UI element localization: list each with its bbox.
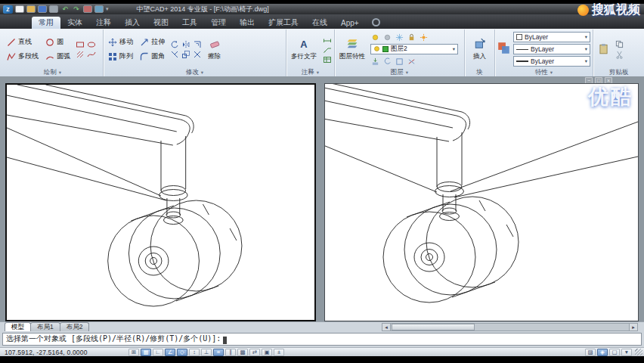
mtext-button[interactable]: A 多行文字 [289, 37, 319, 62]
tab-online[interactable]: 在线 [305, 17, 334, 29]
panel-label-modify[interactable]: 修改 ▾ [106, 68, 283, 76]
tab-annotate[interactable]: 注释 [89, 17, 118, 29]
rotate-icon[interactable] [169, 40, 179, 49]
plot-icon[interactable] [49, 5, 58, 13]
ortho-toggle[interactable]: ∟ [153, 349, 163, 356]
save-icon[interactable] [38, 5, 47, 13]
drawing-area[interactable]: − □ × [0, 76, 644, 321]
command-input[interactable]: 选择第一个对象或 [多段线(P)/半径(R)/修剪(T)/多个(U)]: [2, 333, 642, 346]
ellipse-icon[interactable] [86, 40, 96, 49]
tab-insert[interactable]: 插入 [118, 17, 147, 29]
circle-button[interactable]: 圆 [43, 36, 72, 48]
scroll-right-icon[interactable]: ▸ [629, 324, 637, 330]
status-menu-icon[interactable]: ▾ [621, 349, 632, 356]
scroll-left-icon[interactable]: ◂ [382, 324, 391, 330]
transparency-toggle[interactable]: ▩ [237, 349, 248, 356]
polyline-button[interactable]: 多段线 [5, 50, 40, 63]
tab-express[interactable]: 扩展工具 [262, 17, 305, 29]
hatch-icon[interactable] [75, 50, 85, 59]
layer-off-icon[interactable] [382, 33, 392, 42]
viewport-left[interactable] [5, 83, 316, 321]
qat-dropdown-icon[interactable]: ▾ [106, 6, 109, 12]
erase-button[interactable]: 擦除 [206, 37, 223, 62]
layer-match-icon[interactable] [407, 57, 416, 66]
lineweight-select[interactable]: ByLayer ▾ [513, 56, 590, 67]
line-button[interactable]: 直线 [5, 36, 40, 48]
new-file-icon[interactable] [15, 5, 24, 13]
tab-manage[interactable]: 管理 [204, 17, 233, 29]
layer-isolate-icon[interactable] [395, 57, 404, 66]
panel-label-block[interactable]: 块 [467, 68, 492, 76]
insert-block-button[interactable]: 插入 [471, 37, 488, 62]
viewport-right[interactable] [324, 83, 639, 321]
tab-layout2[interactable]: 布局2 [60, 322, 90, 331]
snap-toggle[interactable]: ⊞ [128, 349, 139, 356]
tab-app-plus[interactable]: App+ [334, 17, 366, 29]
clean-screen-icon[interactable]: ▢ [609, 349, 620, 356]
lineweight-toggle[interactable]: ∥ [225, 349, 236, 356]
ucs-toggle[interactable]: ⊥ [201, 349, 212, 356]
stretch-button[interactable]: 拉伸 [138, 36, 166, 48]
explode-icon[interactable] [192, 50, 202, 59]
display-lock-icon[interactable]: ◈ [597, 349, 608, 356]
undo-icon[interactable]: ↶ [60, 5, 70, 13]
color-select[interactable]: ByLayer ▾ [513, 32, 590, 42]
cut-icon[interactable] [615, 50, 624, 59]
resize-grip[interactable] [635, 349, 642, 355]
panel-label-annotate[interactable]: 注释 ▾ [289, 68, 332, 76]
tab-view[interactable]: 视图 [147, 17, 175, 29]
tab-home[interactable]: 常用 [32, 17, 60, 29]
layer-prev-icon[interactable] [382, 57, 392, 66]
fillet-button[interactable]: 圆角 [138, 50, 166, 63]
redline-icon[interactable] [83, 5, 92, 13]
layer-select[interactable]: 图层2 ▾ [370, 44, 458, 54]
grid-toggle[interactable]: ▦ [141, 349, 151, 356]
otrack-toggle[interactable]: ↕ [189, 349, 200, 356]
annotation-scale-toggle[interactable]: ± [274, 349, 284, 356]
table-icon[interactable] [322, 55, 332, 64]
panel-label-layer[interactable]: 图层 ▾ [337, 68, 462, 76]
tab-output[interactable]: 输出 [233, 17, 262, 29]
polar-toggle[interactable]: ∠ [165, 349, 175, 356]
scrollbar-thumb[interactable] [392, 324, 475, 330]
cycle-toggle[interactable]: ⇄ [249, 349, 260, 356]
mirror-icon[interactable] [181, 40, 190, 49]
tab-solid[interactable]: 实体 [60, 17, 89, 29]
linetype-select[interactable]: ByLayer ▾ [513, 44, 590, 54]
panel-label-draw[interactable]: 绘制 ▾ [5, 68, 101, 76]
tab-model[interactable]: 模型 [5, 322, 31, 331]
properties-icon[interactable] [497, 42, 510, 57]
leader-icon[interactable] [322, 45, 332, 54]
model-space-toggle[interactable]: ▣ [262, 349, 272, 356]
move-button[interactable]: 移动 [106, 36, 135, 48]
view-icon[interactable] [94, 5, 104, 13]
array-button[interactable]: 阵列 [106, 50, 135, 63]
layer-on-icon[interactable] [370, 33, 380, 42]
panel-label-properties[interactable]: 特性 ▾ [497, 68, 590, 76]
scale-icon[interactable] [181, 50, 190, 59]
spline-icon[interactable] [86, 50, 96, 59]
panel-label-clipboard[interactable]: 剪贴板 [596, 68, 642, 76]
open-file-icon[interactable] [26, 5, 36, 13]
layer-properties-button[interactable]: 图层特性 [337, 37, 367, 62]
copy-clip-icon[interactable] [615, 39, 624, 48]
workspace-icon[interactable]: ▨ [585, 349, 596, 356]
arc-button[interactable]: 圆弧 [43, 50, 72, 63]
horizontal-scrollbar[interactable]: ◂ ▸ [382, 323, 638, 331]
osnap-toggle[interactable]: ◇ [177, 349, 187, 356]
layer-lock-icon[interactable] [407, 33, 416, 42]
paste-button[interactable] [596, 42, 611, 57]
linear-dim-icon[interactable] [322, 34, 332, 43]
redo-icon[interactable]: ↷ [72, 5, 81, 13]
tab-tools[interactable]: 工具 [175, 17, 204, 29]
make-current-icon[interactable] [370, 57, 380, 66]
rectangle-icon[interactable] [75, 40, 85, 49]
online-status-icon[interactable] [372, 18, 380, 26]
offset-icon[interactable] [192, 40, 202, 49]
layer-freeze-icon[interactable] [395, 33, 404, 42]
dyn-toggle[interactable]: ≡ [213, 349, 224, 356]
tab-layout1[interactable]: 布局1 [30, 322, 60, 331]
trim-icon[interactable] [169, 50, 179, 59]
app-logo-icon[interactable]: Z [3, 5, 13, 14]
layer-sun-icon[interactable] [419, 33, 429, 42]
